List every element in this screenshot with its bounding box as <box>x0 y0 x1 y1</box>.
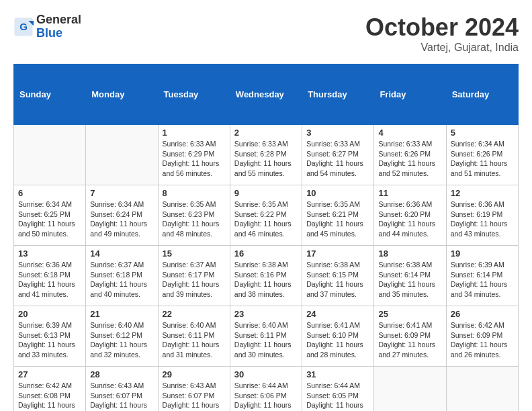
calendar-cell: 30Sunrise: 6:44 AM Sunset: 6:06 PM Dayli… <box>230 367 302 412</box>
day-number: 1 <box>163 128 226 138</box>
day-number: 27 <box>18 369 81 379</box>
day-number: 25 <box>378 309 441 319</box>
day-info: Sunrise: 6:38 AM Sunset: 6:14 PM Dayligh… <box>378 260 441 300</box>
day-number: 20 <box>18 309 81 319</box>
day-info: Sunrise: 6:38 AM Sunset: 6:15 PM Dayligh… <box>306 260 369 300</box>
logo-general: General <box>36 13 81 27</box>
day-number: 18 <box>378 248 441 259</box>
calendar-week-row: 20Sunrise: 6:39 AM Sunset: 6:13 PM Dayli… <box>14 306 519 367</box>
calendar-day-header: Monday <box>86 64 158 125</box>
day-number: 13 <box>18 248 81 259</box>
day-number: 26 <box>451 309 514 319</box>
day-info: Sunrise: 6:44 AM Sunset: 6:05 PM Dayligh… <box>306 381 369 411</box>
logo: G General Blue <box>13 13 81 40</box>
calendar-week-row: 6Sunrise: 6:34 AM Sunset: 6:25 PM Daylig… <box>14 185 519 246</box>
day-number: 4 <box>378 128 441 138</box>
calendar-cell: 25Sunrise: 6:41 AM Sunset: 6:09 PM Dayli… <box>374 306 446 367</box>
day-number: 28 <box>90 369 153 379</box>
calendar-week-row: 27Sunrise: 6:42 AM Sunset: 6:08 PM Dayli… <box>14 367 519 412</box>
calendar-cell: 31Sunrise: 6:44 AM Sunset: 6:05 PM Dayli… <box>302 367 374 412</box>
day-info: Sunrise: 6:33 AM Sunset: 6:28 PM Dayligh… <box>234 139 298 179</box>
svg-text:G: G <box>19 20 28 32</box>
day-number: 5 <box>451 128 514 138</box>
page-header: G General Blue October 2024 Vartej, Guja… <box>13 13 519 54</box>
calendar-cell: 22Sunrise: 6:40 AM Sunset: 6:11 PM Dayli… <box>158 306 230 367</box>
calendar-cell: 21Sunrise: 6:40 AM Sunset: 6:12 PM Dayli… <box>86 306 158 367</box>
calendar-cell: 7Sunrise: 6:34 AM Sunset: 6:24 PM Daylig… <box>86 185 158 246</box>
calendar-cell: 29Sunrise: 6:43 AM Sunset: 6:07 PM Dayli… <box>158 367 230 412</box>
day-number: 16 <box>234 248 298 259</box>
day-number: 19 <box>451 248 514 259</box>
day-info: Sunrise: 6:43 AM Sunset: 6:07 PM Dayligh… <box>163 381 226 411</box>
day-info: Sunrise: 6:33 AM Sunset: 6:27 PM Dayligh… <box>306 139 369 179</box>
day-info: Sunrise: 6:34 AM Sunset: 6:24 PM Dayligh… <box>90 199 153 239</box>
day-number: 11 <box>378 188 441 198</box>
day-info: Sunrise: 6:35 AM Sunset: 6:22 PM Dayligh… <box>234 199 298 239</box>
calendar-cell <box>374 367 446 412</box>
calendar-cell: 20Sunrise: 6:39 AM Sunset: 6:13 PM Dayli… <box>14 306 86 367</box>
calendar-day-header: Sunday <box>14 64 86 125</box>
calendar-cell <box>86 125 158 185</box>
calendar-cell <box>14 125 86 185</box>
calendar-cell: 13Sunrise: 6:36 AM Sunset: 6:18 PM Dayli… <box>14 246 86 306</box>
location: Vartej, Gujarat, India <box>365 42 519 54</box>
calendar-cell: 10Sunrise: 6:35 AM Sunset: 6:21 PM Dayli… <box>302 185 374 246</box>
month-title: October 2024 <box>365 13 519 42</box>
calendar-cell: 16Sunrise: 6:38 AM Sunset: 6:16 PM Dayli… <box>230 246 302 306</box>
day-info: Sunrise: 6:36 AM Sunset: 6:20 PM Dayligh… <box>378 199 441 239</box>
day-info: Sunrise: 6:34 AM Sunset: 6:26 PM Dayligh… <box>451 139 514 179</box>
calendar-cell: 18Sunrise: 6:38 AM Sunset: 6:14 PM Dayli… <box>374 246 446 306</box>
calendar-cell: 6Sunrise: 6:34 AM Sunset: 6:25 PM Daylig… <box>14 185 86 246</box>
day-info: Sunrise: 6:43 AM Sunset: 6:07 PM Dayligh… <box>90 381 153 411</box>
day-info: Sunrise: 6:40 AM Sunset: 6:11 PM Dayligh… <box>234 320 298 360</box>
day-number: 10 <box>306 188 369 198</box>
calendar-day-header: Tuesday <box>158 64 230 125</box>
title-area: October 2024 Vartej, Gujarat, India <box>365 13 519 54</box>
calendar-cell: 28Sunrise: 6:43 AM Sunset: 6:07 PM Dayli… <box>86 367 158 412</box>
day-info: Sunrise: 6:38 AM Sunset: 6:16 PM Dayligh… <box>234 260 298 300</box>
day-info: Sunrise: 6:33 AM Sunset: 6:26 PM Dayligh… <box>378 139 441 179</box>
day-info: Sunrise: 6:35 AM Sunset: 6:21 PM Dayligh… <box>306 199 369 239</box>
calendar-cell: 17Sunrise: 6:38 AM Sunset: 6:15 PM Dayli… <box>302 246 374 306</box>
calendar-header-row: SundayMondayTuesdayWednesdayThursdayFrid… <box>14 64 519 125</box>
calendar-cell: 11Sunrise: 6:36 AM Sunset: 6:20 PM Dayli… <box>374 185 446 246</box>
calendar-table: SundayMondayTuesdayWednesdayThursdayFrid… <box>13 64 519 411</box>
day-info: Sunrise: 6:44 AM Sunset: 6:06 PM Dayligh… <box>234 381 298 411</box>
day-info: Sunrise: 6:36 AM Sunset: 6:19 PM Dayligh… <box>451 199 514 239</box>
calendar-cell: 15Sunrise: 6:37 AM Sunset: 6:17 PM Dayli… <box>158 246 230 306</box>
day-info: Sunrise: 6:42 AM Sunset: 6:09 PM Dayligh… <box>451 320 514 360</box>
calendar-cell: 27Sunrise: 6:42 AM Sunset: 6:08 PM Dayli… <box>14 367 86 412</box>
day-info: Sunrise: 6:41 AM Sunset: 6:09 PM Dayligh… <box>378 320 441 360</box>
calendar-cell: 12Sunrise: 6:36 AM Sunset: 6:19 PM Dayli… <box>446 185 518 246</box>
calendar-week-row: 13Sunrise: 6:36 AM Sunset: 6:18 PM Dayli… <box>14 246 519 306</box>
calendar-day-header: Saturday <box>446 64 518 125</box>
day-info: Sunrise: 6:40 AM Sunset: 6:11 PM Dayligh… <box>163 320 226 360</box>
day-number: 24 <box>306 309 369 319</box>
day-number: 6 <box>18 188 81 198</box>
calendar-cell: 4Sunrise: 6:33 AM Sunset: 6:26 PM Daylig… <box>374 125 446 185</box>
day-info: Sunrise: 6:40 AM Sunset: 6:12 PM Dayligh… <box>90 320 153 360</box>
day-info: Sunrise: 6:41 AM Sunset: 6:10 PM Dayligh… <box>306 320 369 360</box>
day-info: Sunrise: 6:37 AM Sunset: 6:17 PM Dayligh… <box>163 260 226 300</box>
calendar-week-row: 1Sunrise: 6:33 AM Sunset: 6:29 PM Daylig… <box>14 125 519 185</box>
calendar-day-header: Thursday <box>302 64 374 125</box>
day-info: Sunrise: 6:37 AM Sunset: 6:18 PM Dayligh… <box>90 260 153 300</box>
day-number: 3 <box>306 128 369 138</box>
day-info: Sunrise: 6:42 AM Sunset: 6:08 PM Dayligh… <box>18 381 81 411</box>
day-info: Sunrise: 6:35 AM Sunset: 6:23 PM Dayligh… <box>163 199 226 239</box>
day-number: 22 <box>163 309 226 319</box>
day-info: Sunrise: 6:34 AM Sunset: 6:25 PM Dayligh… <box>18 199 81 239</box>
calendar-cell: 2Sunrise: 6:33 AM Sunset: 6:28 PM Daylig… <box>230 125 302 185</box>
calendar-cell: 8Sunrise: 6:35 AM Sunset: 6:23 PM Daylig… <box>158 185 230 246</box>
day-info: Sunrise: 6:33 AM Sunset: 6:29 PM Dayligh… <box>163 139 226 179</box>
calendar-cell: 24Sunrise: 6:41 AM Sunset: 6:10 PM Dayli… <box>302 306 374 367</box>
day-number: 7 <box>90 188 153 198</box>
calendar-cell: 26Sunrise: 6:42 AM Sunset: 6:09 PM Dayli… <box>446 306 518 367</box>
day-number: 9 <box>234 188 298 198</box>
logo-icon: G <box>13 17 34 37</box>
day-number: 14 <box>90 248 153 259</box>
day-number: 12 <box>451 188 514 198</box>
day-info: Sunrise: 6:36 AM Sunset: 6:18 PM Dayligh… <box>18 260 81 300</box>
logo-text: General Blue <box>36 13 81 40</box>
day-number: 30 <box>234 369 298 379</box>
